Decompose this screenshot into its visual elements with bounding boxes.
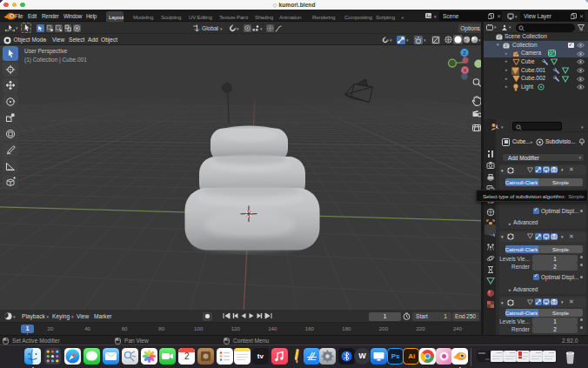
- svg-text:X: X: [463, 68, 466, 73]
- svg-text:Z: Z: [463, 50, 466, 56]
